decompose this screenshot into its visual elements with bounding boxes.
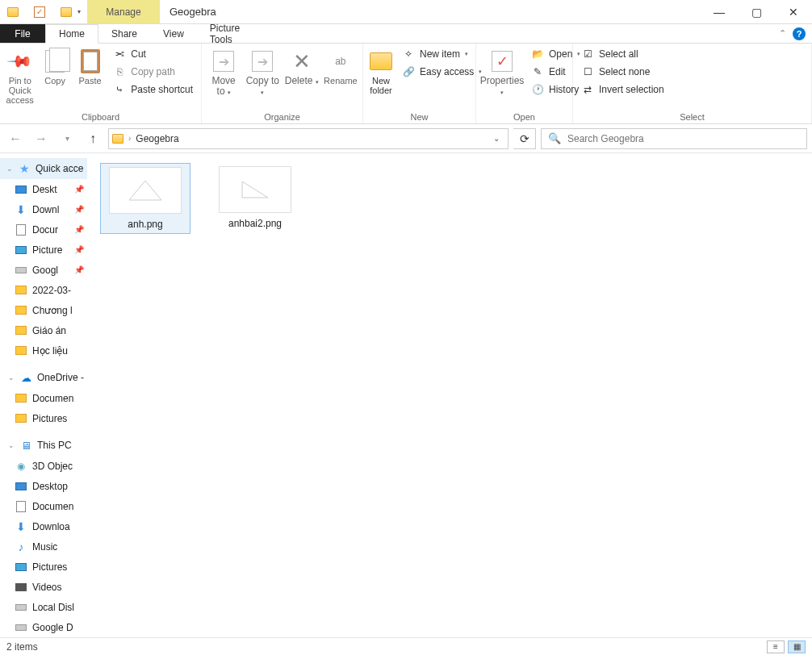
download-icon: ⬇ bbox=[16, 203, 26, 216]
recent-locations-button[interactable]: ▾ bbox=[57, 128, 77, 149]
tab-file[interactable]: File bbox=[0, 24, 45, 43]
search-input[interactable] bbox=[567, 133, 800, 144]
tab-home[interactable]: Home bbox=[45, 24, 98, 44]
tree-item[interactable]: ⬇Downloa bbox=[0, 516, 87, 536]
search-box[interactable]: 🔍 bbox=[541, 128, 807, 149]
address-bar[interactable]: › Geogebra ⌄ bbox=[108, 128, 509, 149]
up-button[interactable]: ↑ bbox=[82, 128, 103, 149]
tab-picture-tools[interactable]: Picture Tools bbox=[197, 24, 270, 43]
maximize-button[interactable]: ▢ bbox=[738, 0, 775, 23]
copy-path-button[interactable]: ⎘Copy path bbox=[110, 65, 196, 79]
chevron-down-icon: ⌄ bbox=[8, 373, 15, 382]
delete-button[interactable]: ✕ Delete ▾ bbox=[285, 47, 319, 86]
help-icon[interactable]: ? bbox=[793, 27, 806, 40]
tree-this-pc[interactable]: ⌄ 🖥 This PC bbox=[0, 435, 87, 456]
tree-item[interactable]: Học liệu bbox=[0, 340, 87, 361]
tree-item-label: Pictures bbox=[32, 561, 67, 573]
app-folder-icon[interactable] bbox=[6, 6, 19, 19]
tree-item[interactable]: Googl📌 bbox=[0, 260, 87, 280]
file-name: anhbai2.png bbox=[228, 218, 282, 229]
tab-share[interactable]: Share bbox=[98, 24, 150, 43]
tree-item[interactable]: Picture📌 bbox=[0, 240, 87, 260]
group-open: ✓ Properties ▾ 📂Open ▾ ✎Edit 🕐History Op… bbox=[476, 44, 573, 123]
minimize-button[interactable]: — bbox=[701, 0, 738, 23]
tree-item[interactable]: Documen bbox=[0, 388, 87, 408]
tree-onedrive[interactable]: ⌄ ☁ OneDrive - bbox=[0, 367, 87, 388]
select-all-button[interactable]: ☑Select all bbox=[578, 47, 668, 61]
forward-button[interactable]: → bbox=[31, 128, 52, 149]
easy-access-button[interactable]: 🔗Easy access ▾ bbox=[399, 65, 485, 79]
ribbon: 📌 Pin to Quick access Copy Paste ✂Cut ⎘C… bbox=[0, 44, 812, 124]
back-button[interactable]: ← bbox=[5, 128, 26, 149]
tree-item[interactable]: Google D bbox=[0, 617, 87, 637]
group-organize: ➔ Move to ▾ ➔ Copy to ▾ ✕ Delete ▾ ab Re… bbox=[202, 44, 363, 123]
paste-shortcut-button[interactable]: ⤷Paste shortcut bbox=[110, 82, 196, 97]
tree-item[interactable]: Chương l bbox=[0, 300, 87, 320]
tree-item[interactable]: Desktop bbox=[0, 476, 87, 496]
edit-icon: ✎ bbox=[531, 65, 544, 78]
new-item-button[interactable]: ✧New item ▾ bbox=[399, 47, 485, 61]
file-item[interactable]: anh.png bbox=[100, 163, 190, 234]
disk-icon bbox=[15, 624, 27, 631]
tree-item[interactable]: Docur📌 bbox=[0, 219, 87, 240]
main-area: ⌄ ★ Quick acce Deskt📌⬇Downl📌Docur📌Pictur… bbox=[0, 153, 812, 637]
tree-item-label: Học liệu bbox=[32, 345, 68, 357]
tree-item[interactable]: Pictures bbox=[0, 408, 87, 428]
group-clipboard: 📌 Pin to Quick access Copy Paste ✂Cut ⎘C… bbox=[0, 44, 202, 123]
collapse-ribbon-icon[interactable]: ⌃ bbox=[779, 28, 786, 39]
tree-item[interactable]: ♪Music bbox=[0, 536, 87, 557]
tree-item-label: Downloa bbox=[32, 521, 70, 532]
select-none-button[interactable]: ☐Select none bbox=[578, 65, 668, 79]
file-item[interactable]: anhbai2.png bbox=[210, 163, 300, 232]
tree-item[interactable]: ◉3D Objec bbox=[0, 456, 87, 476]
tree-item[interactable]: Deskt📌 bbox=[0, 179, 87, 199]
tree-item[interactable]: Giáo án bbox=[0, 320, 87, 340]
tree-quick-access[interactable]: ⌄ ★ Quick acce bbox=[0, 158, 87, 179]
invert-selection-button[interactable]: ⇄Invert selection bbox=[578, 82, 668, 97]
folder-icon bbox=[15, 414, 27, 423]
tree-item[interactable]: Pictures bbox=[0, 557, 87, 577]
window-title: Geogebra bbox=[160, 0, 701, 23]
pin-icon: 📌 bbox=[74, 205, 84, 214]
tree-item[interactable]: Local Disl bbox=[0, 597, 87, 617]
thumbnails-view-button[interactable]: ▦ bbox=[788, 640, 806, 653]
tree-item[interactable]: 2022-03- bbox=[0, 280, 87, 300]
qat-newfolder-icon[interactable] bbox=[60, 6, 73, 19]
tree-item[interactable]: Videos bbox=[0, 577, 87, 597]
tree-item-label: Desktop bbox=[32, 481, 68, 492]
desktop-icon bbox=[15, 482, 27, 490]
details-view-button[interactable]: ≡ bbox=[767, 640, 785, 653]
tree-item-label: Downl bbox=[32, 204, 59, 215]
tree-item-label: Documen bbox=[32, 501, 73, 512]
paste-button[interactable]: Paste bbox=[75, 47, 105, 86]
file-list[interactable]: anh.pnganhbai2.png bbox=[87, 153, 812, 637]
tab-view[interactable]: View bbox=[150, 24, 197, 43]
tree-item[interactable]: ⬇Downl📌 bbox=[0, 199, 87, 219]
qat-properties-icon[interactable]: ✓ bbox=[33, 6, 46, 19]
copy-to-button[interactable]: ➔ Copy to ▾ bbox=[245, 47, 279, 96]
breadcrumb[interactable]: Geogebra bbox=[136, 133, 178, 144]
window-controls: — ▢ ✕ bbox=[701, 0, 812, 23]
cut-button[interactable]: ✂Cut bbox=[110, 47, 196, 61]
refresh-button[interactable]: ⟳ bbox=[513, 128, 536, 149]
rename-button[interactable]: ab Rename bbox=[324, 47, 358, 86]
tree-item-label: Giáo án bbox=[32, 325, 66, 336]
qat-dropdown-icon[interactable]: ▾ bbox=[77, 8, 81, 15]
pin-to-quick-access-button[interactable]: 📌 Pin to Quick access bbox=[5, 47, 35, 105]
copy-button[interactable]: Copy bbox=[40, 47, 69, 86]
history-icon: 🕐 bbox=[531, 83, 544, 96]
move-to-button[interactable]: ➔ Move to ▾ bbox=[207, 47, 241, 97]
new-folder-button[interactable]: New folder bbox=[368, 47, 394, 95]
delete-icon: ✕ bbox=[293, 49, 311, 74]
3d-icon: ◉ bbox=[17, 461, 25, 472]
address-dropdown-icon[interactable]: ⌄ bbox=[488, 134, 504, 143]
nav-tree[interactable]: ⌄ ★ Quick acce Deskt📌⬇Downl📌Docur📌Pictur… bbox=[0, 153, 87, 637]
close-button[interactable]: ✕ bbox=[775, 0, 812, 23]
item-count: 2 items bbox=[6, 641, 38, 653]
folder-icon bbox=[15, 286, 27, 294]
properties-button[interactable]: ✓ Properties ▾ bbox=[481, 47, 523, 96]
chevron-right-icon[interactable]: › bbox=[128, 134, 131, 143]
copy-icon bbox=[45, 50, 65, 73]
copy-to-icon: ➔ bbox=[252, 51, 273, 72]
tree-item[interactable]: Documen bbox=[0, 496, 87, 516]
